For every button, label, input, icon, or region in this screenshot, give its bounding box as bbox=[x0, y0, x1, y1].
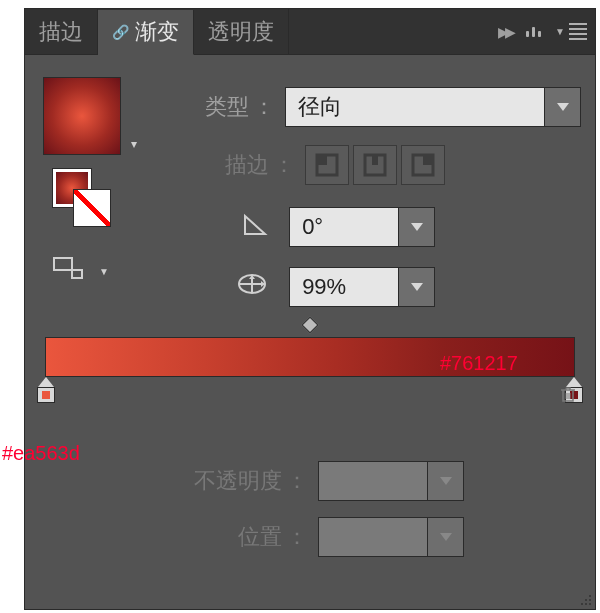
aspect-ratio-icon bbox=[235, 269, 269, 305]
stroke-align-row: 描边 ： bbox=[179, 145, 581, 185]
svg-rect-1 bbox=[317, 155, 327, 165]
controls-area: 类型 ： 径向 描边 ： bbox=[165, 55, 595, 307]
stroke-type-across-button[interactable] bbox=[401, 145, 445, 185]
dock-icon[interactable] bbox=[526, 27, 541, 37]
stroke-type-along-button[interactable] bbox=[353, 145, 397, 185]
stop-left-chip bbox=[42, 391, 50, 399]
left-column: ▾ ▼ bbox=[25, 55, 165, 285]
link-chain-icon: 🔗 bbox=[112, 24, 129, 40]
tab-stroke[interactable]: 描边 bbox=[25, 9, 98, 54]
tab-transparency[interactable]: 透明度 bbox=[194, 9, 289, 54]
type-select-dropdown-icon[interactable] bbox=[545, 87, 581, 127]
type-select[interactable]: 径向 bbox=[285, 87, 581, 127]
tab-transparency-label: 透明度 bbox=[208, 17, 274, 47]
location-value bbox=[318, 517, 428, 557]
aspect-value: 99% bbox=[289, 267, 399, 307]
location-input bbox=[318, 517, 464, 557]
opacity-row: 不透明度 ： bbox=[25, 461, 581, 501]
stroke-swatch-none[interactable] bbox=[73, 189, 111, 227]
location-dropdown-icon bbox=[428, 517, 464, 557]
reverse-gradient-icon[interactable] bbox=[53, 257, 89, 285]
color-stop-left[interactable] bbox=[35, 377, 57, 403]
resize-grip-icon[interactable] bbox=[581, 595, 591, 605]
swatch-menu-icon[interactable]: ▾ bbox=[131, 137, 137, 151]
delete-stop-icon[interactable] bbox=[559, 383, 577, 409]
panel-tabbar: 描边 🔗 渐变 透明度 ▶▶ ▼ bbox=[25, 9, 595, 55]
location-label: 位置 bbox=[142, 522, 282, 552]
angle-dropdown-icon[interactable] bbox=[399, 207, 435, 247]
stroke-label: 描边 bbox=[179, 150, 269, 180]
colon: ： bbox=[273, 150, 295, 180]
colon: ： bbox=[253, 92, 275, 122]
svg-rect-3 bbox=[372, 155, 378, 165]
panel-menu-button[interactable]: ▼ bbox=[555, 23, 587, 40]
stroke-type-within-button[interactable] bbox=[305, 145, 349, 185]
tab-stroke-label: 描边 bbox=[39, 17, 83, 47]
opacity-midpoint-diamond[interactable] bbox=[302, 317, 319, 334]
reverse-gradient-row: ▼ bbox=[53, 257, 165, 285]
aspect-dropdown-icon[interactable] bbox=[399, 267, 435, 307]
aspect-input[interactable]: 99% bbox=[289, 267, 435, 307]
angle-icon bbox=[241, 210, 269, 244]
stroke-gradient-type-group bbox=[305, 145, 445, 185]
colon: ： bbox=[286, 522, 308, 552]
opacity-value bbox=[318, 461, 428, 501]
svg-rect-5 bbox=[423, 155, 433, 165]
colon: ： bbox=[286, 466, 308, 496]
angle-value: 0° bbox=[289, 207, 399, 247]
angle-row: : 0° bbox=[179, 207, 581, 247]
fill-stroke-swatches[interactable] bbox=[53, 169, 113, 229]
type-select-value: 径向 bbox=[285, 87, 545, 127]
aspect-row: : 99% bbox=[179, 267, 581, 307]
gradient-panel: 描边 🔗 渐变 透明度 ▶▶ ▼ ▾ bbox=[24, 8, 596, 610]
annotation-left-hex: #ea563d bbox=[2, 442, 80, 465]
tab-gradient[interactable]: 🔗 渐变 bbox=[98, 10, 194, 55]
angle-input[interactable]: 0° bbox=[289, 207, 435, 247]
opacity-label: 不透明度 bbox=[142, 466, 282, 496]
type-label: 类型 bbox=[179, 92, 249, 122]
chevron-down-icon[interactable]: ▼ bbox=[99, 266, 109, 277]
annotation-right-hex: #761217 bbox=[440, 352, 518, 375]
stop-controls: 不透明度 ： 位置 ： bbox=[25, 461, 595, 557]
opacity-dropdown-icon bbox=[428, 461, 464, 501]
location-row: 位置 ： bbox=[25, 517, 581, 557]
tab-gradient-label: 渐变 bbox=[135, 17, 179, 47]
type-row: 类型 ： 径向 bbox=[179, 87, 581, 127]
gradient-preview-swatch[interactable] bbox=[43, 77, 121, 155]
opacity-input bbox=[318, 461, 464, 501]
collapse-icon[interactable]: ▶▶ bbox=[498, 24, 512, 40]
